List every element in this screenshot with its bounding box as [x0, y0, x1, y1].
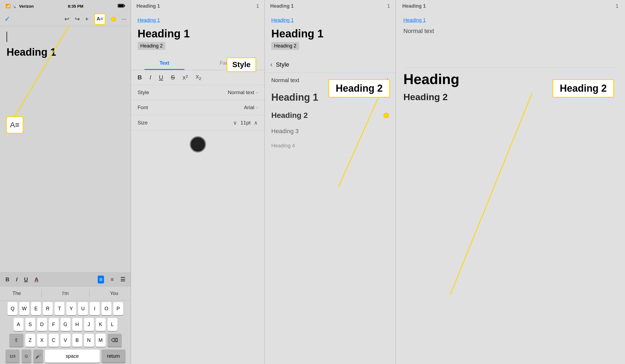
key-c[interactable]: C: [49, 334, 59, 347]
list-button[interactable]: ☰: [120, 276, 125, 283]
key-i[interactable]: I: [90, 302, 100, 315]
signal-icon: 📶: [5, 4, 11, 8]
key-delete[interactable]: ⌫: [108, 334, 122, 347]
key-w[interactable]: W: [19, 302, 29, 315]
underline-format-btn[interactable]: U: [159, 74, 163, 81]
key-f[interactable]: F: [49, 318, 59, 331]
subscript-format-btn[interactable]: X2: [196, 74, 201, 81]
italic-button[interactable]: I: [16, 276, 17, 283]
style-back-row[interactable]: ‹ Style: [265, 56, 395, 73]
key-g[interactable]: G: [61, 318, 70, 331]
format-box-icon: A≡: [10, 121, 19, 129]
key-d[interactable]: D: [37, 318, 47, 331]
key-l[interactable]: L: [108, 318, 117, 331]
key-r[interactable]: R: [43, 302, 53, 315]
key-z[interactable]: Z: [25, 334, 35, 347]
key-y[interactable]: Y: [66, 302, 76, 315]
key-m[interactable]: M: [96, 334, 106, 347]
key-e[interactable]: E: [31, 302, 41, 315]
key-v[interactable]: V: [61, 334, 70, 347]
check-button[interactable]: ✓: [4, 15, 10, 23]
more-button[interactable]: ···: [121, 16, 126, 23]
key-x[interactable]: X: [37, 334, 47, 347]
key-o[interactable]: O: [102, 302, 111, 315]
redo-button[interactable]: ↪: [75, 16, 80, 23]
key-shift[interactable]: ⇧: [9, 334, 23, 347]
key-h[interactable]: H: [72, 318, 82, 331]
tab-text[interactable]: Text: [131, 56, 198, 70]
text-color-button[interactable]: A: [34, 276, 38, 283]
format-icon-box-highlighted[interactable]: A≡: [6, 116, 23, 134]
style-item-h4[interactable]: Heading 4: [265, 139, 395, 153]
keyboard-row-3: ⇧ Z X C V B N M ⌫: [0, 332, 131, 348]
key-j[interactable]: J: [84, 318, 94, 331]
suggestion-3[interactable]: You: [106, 288, 123, 299]
text-format-toolbar: B I U A ≡ ≡ ☰: [0, 272, 131, 287]
key-b[interactable]: B: [72, 334, 82, 347]
key-123[interactable]: 123: [5, 350, 20, 363]
font-chevron-icon: ›: [257, 105, 258, 110]
style-item-h3[interactable]: Heading 3: [265, 124, 395, 139]
editor-toolbar: ✓ ↩ ↪ + A≡ ···: [0, 12, 131, 26]
bold-button[interactable]: B: [5, 276, 9, 283]
keyboard-row-2: A S D F G H J K L: [0, 317, 131, 332]
key-s[interactable]: S: [25, 318, 35, 331]
keyboard-bottom-row: 123 ☺ 🎤 space return: [0, 348, 131, 364]
back-arrow-icon[interactable]: ‹: [270, 60, 273, 69]
align-left-button[interactable]: ≡: [98, 276, 104, 284]
color-circle[interactable]: [190, 136, 206, 153]
doc-heading-link[interactable]: Heading 1: [138, 17, 258, 23]
strikethrough-format-btn[interactable]: S: [171, 74, 175, 81]
style-row[interactable]: Style Normal text ›: [131, 85, 264, 100]
document-heading1: Heading 1: [7, 46, 124, 58]
size-down-button[interactable]: ∨: [233, 120, 237, 126]
status-carrier: 📶 📡 Verizon: [5, 4, 34, 8]
text-cursor: [7, 32, 7, 42]
color-section: [131, 131, 264, 158]
size-row[interactable]: Size ∨ 11pt ∧: [131, 115, 264, 131]
superscript-format-btn[interactable]: X2: [183, 74, 188, 81]
size-controls: ∨ 11pt ∧: [233, 120, 258, 126]
underline-button[interactable]: U: [24, 276, 28, 283]
key-p[interactable]: P: [113, 302, 123, 315]
key-space[interactable]: space: [45, 350, 100, 363]
doc-heading-link-3[interactable]: Heading 1: [271, 17, 389, 23]
suggestion-2[interactable]: I'm: [58, 288, 73, 299]
font-row-value: Arial ›: [244, 105, 258, 111]
key-n[interactable]: N: [84, 334, 94, 347]
panel4-doc-link[interactable]: Heading 1: [403, 17, 617, 23]
size-up-button[interactable]: ∧: [254, 120, 258, 126]
key-return[interactable]: return: [102, 350, 126, 363]
style-back-title: Style: [276, 61, 289, 68]
editor-content[interactable]: Heading 1 A≡: [0, 26, 131, 272]
status-bar: 📶 📡 Verizon 8:35 PM: [0, 0, 131, 12]
bold-format-btn[interactable]: B: [138, 74, 142, 81]
battery-icon: [118, 4, 125, 9]
key-u[interactable]: U: [78, 302, 88, 315]
style-row-value: Normal text ›: [228, 89, 258, 96]
key-t[interactable]: T: [55, 302, 64, 315]
key-mic[interactable]: 🎤: [33, 350, 43, 363]
format-text-button[interactable]: A≡: [94, 13, 106, 25]
italic-format-btn[interactable]: I: [150, 74, 151, 81]
panel-format: Heading 1 1 Heading 1 Heading 1 Heading …: [131, 0, 265, 364]
heading2-label: Heading 2: [271, 111, 381, 120]
panel-editor: 📶 📡 Verizon 8:35 PM ✓ ↩ ↪ + A≡ ··· Headi…: [0, 0, 131, 364]
keyboard: Q W E R T Y U I O P A S D F G H J K L ⇧ …: [0, 301, 131, 364]
style-item-h2[interactable]: Heading 2: [265, 107, 395, 124]
doc-preview-3: Heading 1 Heading 1 Heading 2: [265, 12, 395, 56]
panel4-heading-label: Heading 1: [402, 3, 426, 9]
status-time: 8:35 PM: [68, 4, 84, 8]
font-row[interactable]: Font Arial ›: [131, 100, 264, 115]
key-a[interactable]: A: [14, 318, 23, 331]
key-emoji[interactable]: ☺: [22, 350, 31, 363]
key-k[interactable]: K: [96, 318, 106, 331]
add-button[interactable]: +: [85, 16, 89, 23]
suggestion-1[interactable]: The: [8, 288, 25, 299]
style-row-label: Style: [138, 89, 228, 96]
key-q[interactable]: Q: [8, 302, 17, 315]
panel2-heading-label: Heading 1: [136, 3, 160, 9]
undo-button[interactable]: ↩: [64, 16, 69, 23]
heading2-callout-panel4: Heading 2: [552, 79, 614, 98]
align-right-button[interactable]: ≡: [111, 276, 114, 283]
